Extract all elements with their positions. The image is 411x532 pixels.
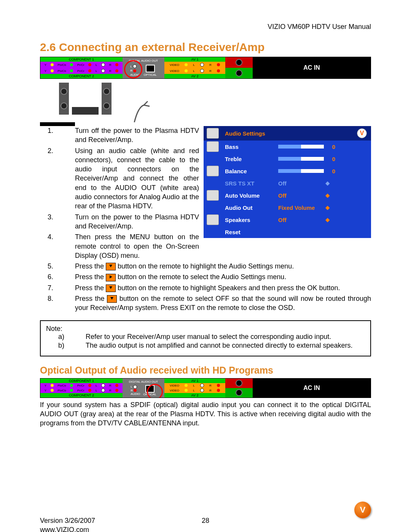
wrench-icon xyxy=(207,214,219,225)
page-number: 28 xyxy=(202,517,209,525)
svideo-2-jack xyxy=(225,68,253,78)
av-2-label: AV 2 xyxy=(164,74,225,78)
remote-down-button-icon xyxy=(107,295,117,303)
vizio-badge-icon: V xyxy=(357,128,367,138)
remote-down-button-icon xyxy=(106,263,116,270)
osd-audio-settings-panel: Audio Settings V Bass0 Treble0 Balance0 … xyxy=(204,126,371,238)
version-text: Version 3/26/2007 xyxy=(40,517,95,525)
highlight-circle-icon xyxy=(147,384,163,398)
speaker-system-icon xyxy=(40,79,112,126)
note-box: Note: a)Refer to your Receiver/Amp user … xyxy=(40,320,371,356)
audio-cable-icon xyxy=(127,99,157,126)
component-2-label: COMPONENT 2 xyxy=(40,74,123,78)
sub-heading: Optical Output of Audio received with HD… xyxy=(40,365,371,376)
optical-port-icon xyxy=(146,65,155,72)
av-1-label: AV 1 xyxy=(164,57,225,62)
osd-title: Audio Settings xyxy=(222,130,278,137)
vizio-logo-icon: V xyxy=(354,502,371,518)
tv-icon xyxy=(207,128,219,139)
manual-page: VIZIO VM60P HDTV User Manual 2.6 Connect… xyxy=(0,0,411,532)
document-header: VIZIO VM60P HDTV User Manual xyxy=(40,23,371,31)
note-title: Note: xyxy=(46,325,365,333)
ac-in-label: AC IN xyxy=(253,57,371,78)
section-heading: 2.6 Connecting an external Receiver/Amp xyxy=(40,41,371,54)
remote-right-button-icon xyxy=(106,274,116,281)
svideo-1-jack xyxy=(225,57,253,68)
setup-icon xyxy=(207,190,219,201)
remote-down-button-icon xyxy=(106,284,116,292)
lock-icon xyxy=(207,166,219,176)
rear-panel-diagram: COMPONENT 1 YPb/CbPr/CrLR YPb/CbPr/CrLR … xyxy=(40,57,371,79)
component-1-label: COMPONENT 1 xyxy=(40,57,123,62)
url-text: www.VIZIO.com xyxy=(40,526,89,532)
rear-panel-diagram: COMPONENT 1 YPb/CbPr/CrLR YPb/CbPr/CrLR … xyxy=(40,378,371,398)
highlight-circle-icon xyxy=(124,60,142,78)
speaker-icon xyxy=(207,141,219,152)
receiver-icon xyxy=(72,107,99,115)
optical-body-text: If your sound system has a SPDIF (optica… xyxy=(40,400,371,428)
